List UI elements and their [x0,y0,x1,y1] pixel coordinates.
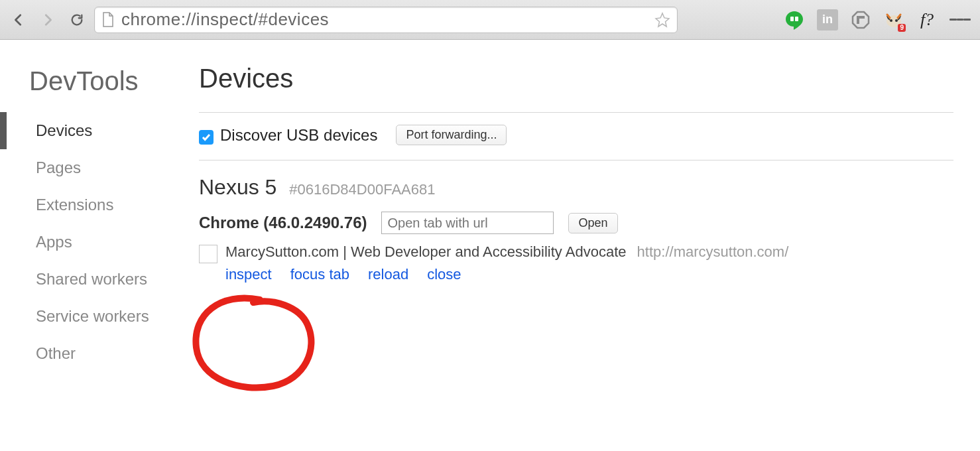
tab-actions: inspect focus tab reload close [225,266,788,283]
url-input[interactable] [121,9,648,30]
privacy-badger-icon[interactable]: 9 [883,9,904,31]
hamburger-menu-icon[interactable] [949,9,971,31]
reload-button[interactable] [65,8,89,32]
browser-toolbar: in 9 f? [0,0,980,40]
page-body: DevTools Devices Pages Extensions Apps S… [0,40,980,451]
badge-count: 9 [898,24,906,32]
whatfont-icon[interactable]: f? [916,9,938,31]
sidebar-title: DevTools [0,66,199,112]
svg-rect-1 [795,17,798,21]
checkbox-checked-icon [199,130,214,145]
adblock-icon[interactable] [850,9,871,31]
browser-label: Chrome (46.0.2490.76) [199,214,367,232]
svg-point-6 [895,19,898,22]
sidebar-item-service-workers[interactable]: Service workers [0,298,199,335]
open-button[interactable]: Open [568,213,617,233]
device-name: Nexus 5 [199,175,276,199]
remote-tab-entry: MarcySutton.com | Web Developer and Acce… [199,243,953,283]
sidebar: DevTools Devices Pages Extensions Apps S… [0,40,199,451]
page-title: Devices [199,64,953,94]
device-heading: Nexus 5 #0616D84D00FAA681 [199,175,953,200]
device-serial: #0616D84D00FAA681 [289,181,435,198]
sidebar-item-other[interactable]: Other [0,335,199,372]
discover-usb-label: Discover USB devices [220,126,377,144]
extensions-row: in 9 f? [683,9,973,31]
discover-row: Discover USB devices Port forwarding... [199,125,953,145]
favicon-placeholder-icon [199,245,217,263]
svg-rect-0 [790,17,794,21]
sidebar-item-devices[interactable]: Devices [0,112,199,149]
sidebar-item-shared-workers[interactable]: Shared workers [0,261,199,298]
page-icon [101,12,115,28]
linkedin-icon[interactable]: in [817,9,838,31]
focus-tab-link[interactable]: focus tab [290,266,349,283]
svg-rect-3 [857,16,865,19]
divider [199,112,953,113]
inspect-link[interactable]: inspect [225,266,272,283]
bookmark-star-icon[interactable] [654,12,670,28]
svg-point-5 [890,19,892,22]
reload-link[interactable]: reload [368,266,408,283]
port-forwarding-button[interactable]: Port forwarding... [396,125,507,145]
sidebar-item-pages[interactable]: Pages [0,149,199,186]
main-content: Devices Discover USB devices Port forwar… [199,40,980,451]
hangouts-icon[interactable] [784,9,805,31]
tab-url: http://marcysutton.com/ [637,243,789,260]
forward-button[interactable] [36,8,60,32]
back-button[interactable] [7,8,31,32]
open-tab-url-input[interactable] [381,212,554,234]
browser-row: Chrome (46.0.2490.76) Open [199,212,953,234]
sidebar-item-apps[interactable]: Apps [0,224,199,261]
divider [199,160,953,161]
address-bar[interactable] [94,7,678,33]
tab-title: MarcySutton.com | Web Developer and Acce… [225,243,626,260]
discover-usb-checkbox[interactable]: Discover USB devices [199,126,377,145]
sidebar-item-extensions[interactable]: Extensions [0,186,199,224]
close-link[interactable]: close [427,266,461,283]
